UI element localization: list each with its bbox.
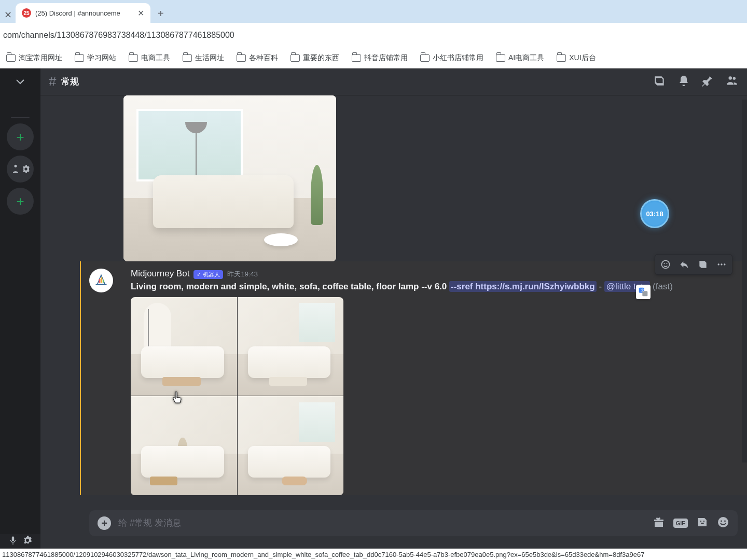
tab-title: (25) Discord | #announceme (35, 9, 133, 17)
message-header: Midjourney Bot ✓ 机器人 昨天19:43 (131, 269, 738, 279)
emoji-icon[interactable] (717, 516, 729, 530)
bookmark-label: 学习网站 (87, 53, 116, 63)
sticker-icon[interactable] (696, 516, 709, 530)
svg-point-5 (724, 263, 725, 265)
main-content: # 常规 03:18 (40, 68, 747, 549)
bookmark-folder-4[interactable]: 各种百科 (237, 53, 278, 63)
more-icon[interactable] (712, 256, 731, 273)
folder-icon (183, 54, 192, 62)
dash: - (597, 282, 604, 291)
bookmark-folder-0[interactable]: 淘宝常用网址 (6, 53, 62, 63)
message-input[interactable] (118, 518, 645, 528)
translate-icon[interactable]: 文 (636, 285, 651, 299)
folder-icon (129, 54, 138, 62)
bookmark-folder-9[interactable]: XUI后台 (557, 53, 596, 63)
channel-header: # 常规 (40, 68, 747, 95)
hash-icon: # (49, 74, 56, 90)
folder-icon (237, 54, 246, 62)
browser-status-bar: 1130867877461885000/1209102946030325772/… (0, 549, 747, 560)
attach-button[interactable]: + (98, 516, 111, 530)
svg-point-13 (721, 521, 722, 522)
svg-rect-8 (103, 280, 104, 283)
gen-quadrant-4 (238, 396, 344, 495)
sref-param: --sref https://s.mj.run/ISzhyiwbbkg (449, 281, 597, 292)
folder-icon (557, 54, 566, 62)
bookmark-folder-1[interactable]: 学习网站 (75, 53, 116, 63)
message: Midjourney Bot ✓ 机器人 昨天19:43 Living room… (80, 261, 747, 495)
bookmark-folder-2[interactable]: 电商工具 (129, 53, 170, 63)
settings-icon[interactable] (23, 536, 32, 547)
pinned-icon[interactable] (701, 75, 714, 89)
svg-rect-7 (101, 277, 102, 283)
svg-point-0 (662, 261, 670, 269)
bookmark-label: 小红书店铺常用 (433, 53, 483, 63)
header-toolbar (653, 74, 739, 90)
svg-point-2 (667, 263, 668, 264)
bookmark-folder-7[interactable]: 小红书店铺常用 (420, 53, 483, 63)
bookmark-folder-6[interactable]: 抖音店铺常用 (352, 53, 408, 63)
bookmark-label: 电商工具 (141, 53, 170, 63)
explore-servers-button[interactable]: + (7, 188, 34, 215)
gif-button[interactable]: GIF (673, 519, 688, 528)
server-discovery-button[interactable] (7, 156, 34, 183)
bookmark-label: 各种百科 (249, 53, 278, 63)
bookmark-label: 重要的东西 (303, 53, 339, 63)
svg-point-12 (718, 517, 728, 527)
bookmark-label: 抖音店铺常用 (364, 53, 408, 63)
bookmark-label: AI电商工具 (508, 53, 544, 63)
folder-icon (6, 54, 16, 62)
author-name[interactable]: Midjourney Bot (131, 269, 189, 279)
tab-favicon: 25 (22, 8, 31, 18)
server-dropdown-icon[interactable] (16, 78, 24, 86)
url-text: com/channels/1130867876983738448/1130867… (3, 31, 234, 40)
message-timestamp: 昨天19:43 (227, 270, 258, 279)
discord-app: + + # 常规 03:18 (0, 68, 747, 549)
bookmark-folder-3[interactable]: 生活网址 (183, 53, 224, 63)
browser-tab-active[interactable]: 25 (25) Discord | #announceme ✕ (16, 3, 150, 23)
folder-icon (75, 54, 84, 62)
add-server-button[interactable]: + (7, 123, 34, 150)
attachment-image-reference[interactable] (123, 95, 336, 261)
folder-icon (352, 54, 361, 62)
members-icon[interactable] (725, 74, 739, 90)
url-bar[interactable]: com/channels/1130867876983738448/1130867… (0, 23, 747, 48)
gen-quadrant-2 (238, 297, 344, 396)
thread-icon[interactable] (694, 256, 712, 273)
svg-point-14 (724, 521, 726, 522)
mic-icon[interactable] (8, 536, 18, 547)
gen-quadrant-1 (131, 297, 237, 396)
new-tab-button[interactable]: + (158, 8, 164, 23)
server-sidebar: + + (0, 68, 40, 549)
notifications-icon[interactable] (677, 75, 690, 89)
reply-icon[interactable] (675, 256, 694, 273)
timer-badge: 03:18 (640, 199, 669, 228)
prev-tab-close-icon[interactable]: ✕ (4, 9, 12, 21)
message-hover-actions (655, 254, 732, 275)
folder-icon (290, 54, 300, 62)
browser-tab-strip: 25 (25) Discord | #announceme ✕ + (0, 0, 747, 23)
message-list[interactable]: 03:18 (40, 95, 747, 510)
svg-point-3 (718, 263, 720, 265)
tab-close-icon[interactable]: ✕ (137, 8, 144, 18)
mode-label: (fast) (650, 282, 672, 291)
bookmark-folder-8[interactable]: AI电商工具 (496, 53, 544, 63)
author-avatar[interactable] (89, 269, 113, 292)
user-panel (0, 534, 40, 549)
attachment-image-grid[interactable] (131, 297, 343, 495)
message-composer: + GIF (89, 510, 738, 536)
svg-point-1 (664, 263, 665, 264)
threads-icon[interactable] (653, 74, 666, 90)
server-divider (11, 117, 30, 118)
gift-icon[interactable] (653, 516, 665, 530)
bot-badge: ✓ 机器人 (193, 270, 223, 279)
bookmark-folder-5[interactable]: 重要的东西 (290, 53, 339, 63)
prompt-text: Living room, modern and simple, white, s… (131, 282, 449, 291)
folder-icon (420, 54, 430, 62)
bookmark-label: XUI后台 (569, 53, 596, 63)
add-reaction-icon[interactable] (656, 256, 675, 273)
bookmark-label: 生活网址 (195, 53, 224, 63)
svg-point-4 (721, 263, 722, 265)
status-url: 1130867877461885000/1209102946030325772/… (2, 551, 644, 558)
svg-rect-6 (99, 279, 101, 283)
right-sidebar-edge (742, 100, 747, 463)
